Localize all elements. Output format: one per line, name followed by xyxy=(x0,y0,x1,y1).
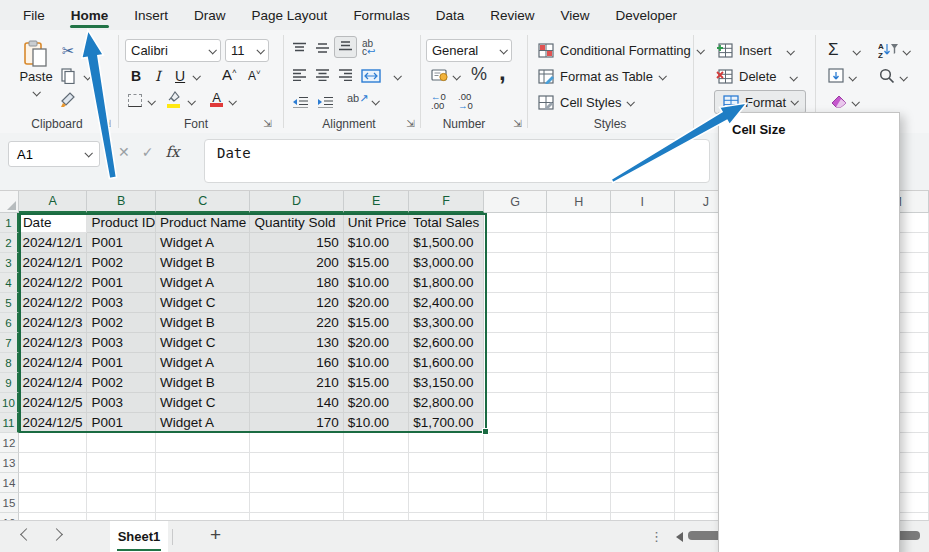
cell-h5[interactable] xyxy=(547,293,611,313)
cell-i5[interactable] xyxy=(611,293,675,313)
decrease-indent-icon[interactable] xyxy=(292,96,309,111)
cell-f14[interactable] xyxy=(409,473,484,493)
column-header-c[interactable]: C xyxy=(156,191,250,213)
conditional-formatting-button[interactable]: Conditional Formatting xyxy=(538,43,703,58)
cell-a8[interactable]: 2024/12/4 xyxy=(19,353,88,373)
cell-g1[interactable] xyxy=(484,213,548,233)
sort-filter-dropdown-icon[interactable] xyxy=(902,47,910,55)
column-header-b[interactable]: B xyxy=(87,191,156,213)
cell-d9[interactable]: 210 xyxy=(250,373,343,393)
cell-c15[interactable] xyxy=(156,493,250,513)
prev-sheet-icon[interactable] xyxy=(20,528,33,541)
column-header-e[interactable]: E xyxy=(344,191,410,213)
cell-d11[interactable]: 170 xyxy=(250,413,343,433)
sort-filter-icon[interactable]: AZ xyxy=(878,41,898,61)
cell-d15[interactable] xyxy=(250,493,343,513)
cell-c3[interactable]: Widget B xyxy=(156,253,250,273)
cell-d12[interactable] xyxy=(250,433,343,453)
cell-f1[interactable]: Total Sales xyxy=(409,213,484,233)
increase-indent-icon[interactable] xyxy=(317,96,334,111)
cell-c4[interactable]: Widget A xyxy=(156,273,250,293)
cell-h8[interactable] xyxy=(547,353,611,373)
menu-tab-data[interactable]: Data xyxy=(423,0,478,30)
cell-a7[interactable]: 2024/12/3 xyxy=(19,333,88,353)
cell-g4[interactable] xyxy=(484,273,548,293)
insert-function-icon[interactable]: fx xyxy=(165,143,179,161)
comma-style-button[interactable]: , xyxy=(499,58,506,86)
cell-i7[interactable] xyxy=(611,333,675,353)
font-color-icon[interactable]: A xyxy=(210,90,223,107)
cell-b4[interactable]: P001 xyxy=(87,273,156,293)
font-size-select[interactable]: 11 xyxy=(225,39,269,62)
fill-icon[interactable] xyxy=(828,68,844,86)
cell-e14[interactable] xyxy=(344,473,410,493)
cell-g13[interactable] xyxy=(484,453,548,473)
cut-icon[interactable]: ✂ xyxy=(62,42,75,60)
cell-f5[interactable]: $2,400.00 xyxy=(409,293,484,313)
cell-a3[interactable]: 2024/12/1 xyxy=(19,253,88,273)
clear-dropdown-icon[interactable] xyxy=(851,98,859,106)
cell-e8[interactable]: $10.00 xyxy=(344,353,410,373)
cell-i12[interactable] xyxy=(611,433,675,453)
cell-d10[interactable]: 140 xyxy=(250,393,343,413)
confirm-entry-icon[interactable]: ✓ xyxy=(142,144,154,160)
cell-d5[interactable]: 120 xyxy=(250,293,343,313)
cell-h6[interactable] xyxy=(547,313,611,333)
row-header-8[interactable]: 8 xyxy=(0,353,19,373)
underline-dropdown-icon[interactable] xyxy=(192,72,200,80)
cell-h16[interactable] xyxy=(547,513,611,520)
cell-f13[interactable] xyxy=(409,453,484,473)
cell-h4[interactable] xyxy=(547,273,611,293)
cancel-entry-icon[interactable]: ✕ xyxy=(118,144,130,160)
delete-cells-button[interactable]: Delete xyxy=(716,69,777,84)
column-header-d[interactable]: D xyxy=(250,191,343,213)
cell-e11[interactable]: $10.00 xyxy=(344,413,410,433)
number-dialog-launcher-icon[interactable]: ⇲ xyxy=(511,117,524,130)
cell-b12[interactable] xyxy=(87,433,156,453)
row-header-2[interactable]: 2 xyxy=(0,233,19,253)
cell-h9[interactable] xyxy=(547,373,611,393)
cell-f12[interactable] xyxy=(409,433,484,453)
clipboard-dialog-launcher-icon[interactable]: ⇲ xyxy=(100,117,113,130)
cell-i6[interactable] xyxy=(611,313,675,333)
cell-a4[interactable]: 2024/12/2 xyxy=(19,273,88,293)
cell-d1[interactable]: Quantity Sold xyxy=(250,213,343,233)
cell-i14[interactable] xyxy=(611,473,675,493)
cell-g9[interactable] xyxy=(484,373,548,393)
formula-input[interactable]: Date xyxy=(204,139,710,183)
decrease-decimal-icon[interactable]: .00→0 xyxy=(458,92,473,110)
name-box-dropdown-icon[interactable] xyxy=(84,149,92,157)
cell-g3[interactable] xyxy=(484,253,548,273)
cell-f2[interactable]: $1,500.00 xyxy=(409,233,484,253)
cell-i10[interactable] xyxy=(611,393,675,413)
shrink-font-button[interactable]: A˅ xyxy=(248,68,261,83)
bold-button[interactable]: B xyxy=(131,68,141,84)
row-header-4[interactable]: 4 xyxy=(0,273,19,293)
name-box[interactable]: A1 xyxy=(8,141,100,167)
cell-g6[interactable] xyxy=(484,313,548,333)
align-bottom-icon[interactable] xyxy=(334,36,357,58)
formula-bar-drag-handle-icon[interactable]: ⋮ xyxy=(104,144,119,162)
cell-a14[interactable] xyxy=(19,473,88,493)
cell-a9[interactable]: 2024/12/4 xyxy=(19,373,88,393)
cell-h11[interactable] xyxy=(547,413,611,433)
format-as-table-button[interactable]: Format as Table xyxy=(538,69,665,84)
align-middle-icon[interactable] xyxy=(315,42,330,58)
menu-tab-developer[interactable]: Developer xyxy=(602,0,690,30)
cell-b7[interactable]: P003 xyxy=(87,333,156,353)
format-painter-icon[interactable] xyxy=(60,92,76,111)
cell-g2[interactable] xyxy=(484,233,548,253)
cell-e16[interactable] xyxy=(344,513,410,520)
accounting-dropdown-icon[interactable] xyxy=(452,72,460,80)
cell-e2[interactable]: $10.00 xyxy=(344,233,410,253)
cell-d16[interactable] xyxy=(250,513,343,520)
cell-d6[interactable]: 220 xyxy=(250,313,343,333)
cell-e4[interactable]: $10.00 xyxy=(344,273,410,293)
cell-b5[interactable]: P003 xyxy=(87,293,156,313)
cell-c14[interactable] xyxy=(156,473,250,493)
cell-d2[interactable]: 150 xyxy=(250,233,343,253)
align-top-icon[interactable] xyxy=(292,42,307,58)
cell-b11[interactable]: P001 xyxy=(87,413,156,433)
select-all-corner[interactable] xyxy=(0,191,19,213)
percent-style-button[interactable]: % xyxy=(471,64,487,85)
